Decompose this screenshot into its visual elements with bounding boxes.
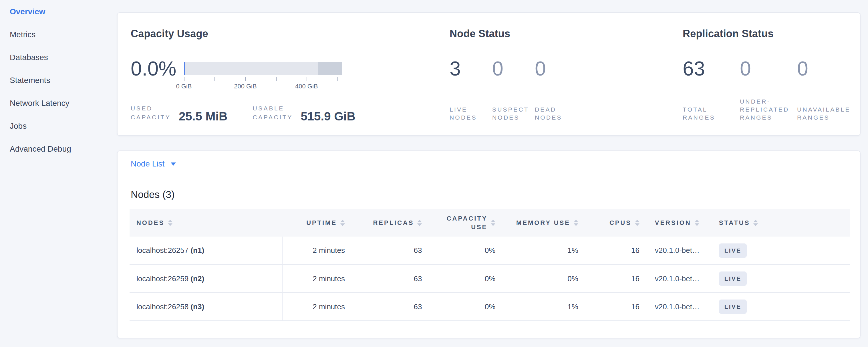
node-list-dropdown-label: Node List xyxy=(131,159,164,168)
sort-icon xyxy=(340,220,345,226)
cpus-cell: 16 xyxy=(584,236,645,264)
capacity-use-cell: 0% xyxy=(428,236,501,264)
replicas-cell: 63 xyxy=(351,264,428,293)
total-ranges-value: 63 xyxy=(683,58,734,79)
cpus-cell: 16 xyxy=(584,293,645,321)
chevron-down-icon xyxy=(171,162,176,166)
column-header-version[interactable]: VERSION xyxy=(645,209,706,236)
total-ranges-metric: 63 TOTAL RANGES xyxy=(683,58,740,123)
usable-capacity-value: 515.9 GiB xyxy=(301,110,355,123)
status-badge: LIVE xyxy=(719,244,747,258)
sidebar: Overview Metrics Databases Statements Ne… xyxy=(0,0,117,347)
sidebar-item-metrics[interactable]: Metrics xyxy=(0,23,117,46)
suspect-nodes-metric: 0 SUSPECT NODES xyxy=(492,58,535,123)
sidebar-item-databases[interactable]: Databases xyxy=(0,46,117,69)
sidebar-item-jobs[interactable]: Jobs xyxy=(0,115,117,137)
nodes-section-title: Nodes (3) xyxy=(131,189,860,200)
version-cell: v20.1.0-bet… xyxy=(645,236,706,264)
column-header-uptime[interactable]: UPTIME xyxy=(282,209,351,236)
capacity-gauge-ticks xyxy=(184,77,342,81)
table-row: localhost:26258 (n3) 2 minutes 63 0% 1% … xyxy=(129,293,850,321)
sort-icon xyxy=(574,220,578,226)
sidebar-item-advanced-debug[interactable]: Advanced Debug xyxy=(0,137,117,160)
capacity-gauge-used-segment xyxy=(184,62,185,75)
memory-use-cell: 0% xyxy=(501,264,584,293)
capacity-gauge-bar xyxy=(184,62,342,75)
status-badge: LIVE xyxy=(719,272,747,286)
nodes-table: NODES UPTIME REPLICAS CAPACITY USE xyxy=(129,209,850,321)
column-header-cpus[interactable]: CPUS xyxy=(584,209,645,236)
capacity-use-cell: 0% xyxy=(428,293,501,321)
capacity-usage-section: Capacity Usage 0.0% xyxy=(131,13,448,135)
replication-status-title: Replication Status xyxy=(683,28,860,40)
column-header-nodes[interactable]: NODES xyxy=(129,209,282,236)
usable-capacity-stat: USABLE CAPACITY 515.9 GiB xyxy=(252,104,355,123)
cluster-summary-card: Capacity Usage 0.0% xyxy=(117,12,861,136)
status-cell: LIVE xyxy=(706,293,850,321)
capacity-gauge-reserved-segment xyxy=(318,62,342,75)
column-header-replicas[interactable]: REPLICAS xyxy=(351,209,428,236)
admin-ui-overview-page: Overview Metrics Databases Statements Ne… xyxy=(0,0,868,347)
live-nodes-value: 3 xyxy=(450,58,487,79)
node-list-dropdown[interactable]: Node List xyxy=(131,159,176,168)
under-replicated-ranges-label: UNDER-REPLICATED RANGES xyxy=(740,98,792,123)
used-capacity-value: 25.5 MiB xyxy=(179,110,227,123)
total-ranges-label: TOTAL RANGES xyxy=(683,105,734,123)
uptime-cell: 2 minutes xyxy=(282,264,351,293)
nodes-card: Node List Nodes (3) NODES xyxy=(117,151,861,339)
tick-label-200gib: 200 GiB xyxy=(234,83,257,90)
uptime-cell: 2 minutes xyxy=(282,293,351,321)
replicas-cell: 63 xyxy=(351,236,428,264)
sort-icon xyxy=(168,220,173,226)
node-link[interactable]: localhost:26257 (n1) xyxy=(129,236,282,264)
suspect-nodes-value: 0 xyxy=(492,58,529,79)
capacity-used-percent: 0.0% xyxy=(131,58,180,79)
sidebar-item-network-latency[interactable]: Network Latency xyxy=(0,92,117,115)
node-status-section: Node Status 3 LIVE NODES 0 SUSPECT NODES… xyxy=(450,13,678,135)
suspect-nodes-label: SUSPECT NODES xyxy=(492,105,529,123)
table-row: localhost:26257 (n1) 2 minutes 63 0% 1% … xyxy=(129,236,850,264)
used-capacity-stat: USED CAPACITY 25.5 MiB xyxy=(131,104,227,123)
view-selector-row: Node List xyxy=(118,151,860,177)
status-cell: LIVE xyxy=(706,236,850,264)
dead-nodes-metric: 0 DEAD NODES xyxy=(535,58,578,123)
column-header-status[interactable]: STATUS xyxy=(706,209,850,236)
node-link[interactable]: localhost:26259 (n2) xyxy=(129,264,282,293)
tick-label-400gib: 400 GiB xyxy=(295,83,318,90)
live-nodes-metric: 3 LIVE NODES xyxy=(450,58,492,123)
used-capacity-label: USED CAPACITY xyxy=(131,104,175,123)
status-badge: LIVE xyxy=(719,299,747,314)
unavailable-ranges-metric: 0 UNAVAILABLE RANGES xyxy=(797,58,854,123)
uptime-cell: 2 minutes xyxy=(282,236,351,264)
cpus-cell: 16 xyxy=(584,264,645,293)
version-cell: v20.1.0-bet… xyxy=(645,264,706,293)
memory-use-cell: 1% xyxy=(501,293,584,321)
usable-capacity-label: USABLE CAPACITY xyxy=(252,104,297,123)
under-replicated-ranges-value: 0 xyxy=(740,58,792,79)
sort-icon xyxy=(417,220,422,226)
unavailable-ranges-value: 0 xyxy=(797,58,848,79)
sidebar-item-statements[interactable]: Statements xyxy=(0,69,117,92)
table-row: localhost:26259 (n2) 2 minutes 63 0% 0% … xyxy=(129,264,850,293)
dead-nodes-label: DEAD NODES xyxy=(535,105,572,123)
capacity-gauge-tick-labels: 0 GiB 200 GiB 400 GiB xyxy=(184,83,342,91)
capacity-gauge: 0 GiB 200 GiB 400 GiB xyxy=(184,62,342,91)
replication-status-section: Replication Status 63 TOTAL RANGES 0 UND… xyxy=(683,13,860,135)
column-header-memory-use[interactable]: MEMORY USE xyxy=(501,209,584,236)
memory-use-cell: 1% xyxy=(501,236,584,264)
sidebar-item-overview[interactable]: Overview xyxy=(0,0,117,23)
table-header-row: NODES UPTIME REPLICAS CAPACITY USE xyxy=(129,209,850,236)
under-replicated-ranges-metric: 0 UNDER-REPLICATED RANGES xyxy=(740,58,797,123)
dead-nodes-value: 0 xyxy=(535,58,572,79)
tick-label-0gib: 0 GiB xyxy=(176,83,192,90)
sort-icon xyxy=(695,220,699,226)
node-status-title: Node Status xyxy=(450,28,678,40)
live-nodes-label: LIVE NODES xyxy=(450,105,487,123)
node-link[interactable]: localhost:26258 (n3) xyxy=(129,293,282,321)
sort-icon xyxy=(753,220,758,226)
sort-icon xyxy=(635,220,640,226)
column-header-capacity-use[interactable]: CAPACITY USE xyxy=(428,209,501,236)
replicas-cell: 63 xyxy=(351,293,428,321)
sort-icon xyxy=(491,220,495,226)
capacity-use-cell: 0% xyxy=(428,264,501,293)
